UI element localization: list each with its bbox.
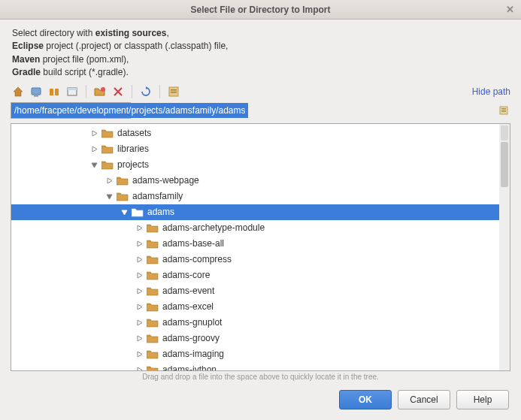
expand-arrow-icon[interactable] — [135, 334, 144, 343]
desc-text: build script (*.gradle). — [41, 67, 129, 77]
module-icon[interactable] — [65, 84, 80, 99]
expand-arrow-icon[interactable] — [135, 302, 144, 311]
expand-arrow-icon[interactable] — [135, 255, 144, 264]
desc-bold: Maven — [12, 54, 40, 65]
expand-arrow-icon[interactable] — [135, 270, 144, 279]
tree-row[interactable]: adams-webpage — [11, 173, 510, 189]
show-hidden-icon[interactable] — [166, 84, 181, 99]
refresh-icon[interactable] — [138, 84, 153, 99]
tree-node-label: adams-gnuplot — [162, 317, 222, 328]
tree-row[interactable]: adams-compress — [11, 252, 510, 267]
folder-icon — [117, 192, 129, 201]
tree-node-label: adams-event — [162, 286, 214, 296]
tree-node-label: adamsfamily — [132, 191, 183, 201]
desc-text: Select directory with — [12, 28, 95, 38]
desc-text: , — [166, 28, 168, 38]
scrollbar-track — [501, 125, 508, 141]
help-button[interactable]: Help — [456, 390, 509, 409]
tree-row[interactable]: datasets — [11, 125, 510, 141]
tree-box[interactable]: datasetslibrariesprojectsadams-webpagead… — [11, 123, 510, 371]
tree-row[interactable]: libraries — [11, 141, 510, 157]
expand-arrow-icon[interactable] — [135, 349, 144, 358]
tree-node-label: adams-webpage — [132, 175, 199, 186]
separator — [159, 85, 160, 98]
history-icon[interactable] — [497, 104, 510, 117]
desktop-icon[interactable] — [29, 84, 44, 99]
expand-arrow-icon[interactable] — [135, 223, 144, 232]
separator — [132, 85, 132, 98]
desc-bold: existing sources — [95, 28, 167, 38]
tree-row[interactable]: adams-excel — [11, 299, 510, 315]
ok-button[interactable]: OK — [339, 390, 392, 409]
folder-icon — [147, 318, 159, 328]
tree-row[interactable]: adams-event — [11, 283, 510, 299]
desc-bold: Eclipse — [12, 41, 44, 51]
path-row: /home/fracpete/development/projects/adam… — [0, 102, 521, 123]
folder-icon — [147, 239, 159, 249]
svg-rect-2 — [50, 89, 53, 95]
home-icon[interactable] — [11, 84, 26, 99]
tree-node-label: adams-jython — [162, 364, 217, 371]
tree-row[interactable]: adams-groovy — [11, 331, 510, 346]
folder-icon — [132, 207, 144, 217]
hint-text: Drag and drop a file into the space abov… — [0, 371, 521, 381]
tree-node-label: datasets — [117, 128, 151, 138]
tree-row[interactable]: adams — [11, 204, 510, 220]
svg-rect-3 — [55, 89, 59, 95]
description: Select directory with existing sources, … — [0, 20, 521, 81]
expand-arrow-icon[interactable] — [135, 239, 144, 248]
scrollbar[interactable] — [499, 124, 510, 370]
project-icon[interactable] — [47, 84, 62, 99]
svg-rect-5 — [68, 88, 77, 90]
tree-row[interactable]: adams-imaging — [11, 346, 510, 362]
folder-icon — [117, 176, 129, 186]
expand-arrow-icon[interactable] — [135, 365, 144, 371]
tree-row[interactable]: adams-gnuplot — [11, 315, 510, 331]
toolbar: Hide path — [0, 81, 521, 102]
path-input[interactable] — [11, 102, 131, 119]
tree-node-label: adams — [147, 207, 174, 217]
delete-icon[interactable] — [111, 84, 126, 99]
tree[interactable]: datasetslibrariesprojectsadams-webpagead… — [11, 124, 510, 371]
folder-icon — [147, 270, 159, 280]
expand-arrow-icon[interactable] — [89, 128, 98, 137]
folder-icon — [147, 334, 159, 343]
hide-path-link[interactable]: Hide path — [472, 86, 510, 97]
svg-rect-9 — [171, 92, 177, 93]
svg-point-6 — [101, 87, 105, 92]
folder-icon — [147, 349, 159, 359]
tree-row[interactable]: adamsfamily — [11, 189, 510, 204]
expand-arrow-icon[interactable] — [105, 176, 114, 185]
svg-rect-11 — [501, 108, 506, 109]
tree-node-label: adams-imaging — [162, 349, 224, 359]
button-bar: OK Cancel Help — [0, 381, 521, 418]
folder-icon — [101, 144, 114, 154]
tree-node-label: adams-core — [162, 270, 210, 280]
separator — [86, 85, 86, 98]
tree-row[interactable]: adams-core — [11, 267, 510, 283]
expand-arrow-icon[interactable] — [120, 207, 129, 216]
tree-row[interactable]: adams-base-all — [11, 236, 510, 252]
tree-node-label: adams-groovy — [162, 333, 220, 343]
expand-arrow-icon[interactable] — [135, 286, 144, 295]
expand-arrow-icon[interactable] — [89, 160, 98, 169]
svg-rect-1 — [34, 95, 38, 97]
tree-row[interactable]: projects — [11, 157, 510, 173]
close-icon[interactable]: ✕ — [503, 3, 516, 17]
path-input-wrap[interactable]: /home/fracpete/development/projects/adam… — [11, 102, 494, 119]
scrollbar-thumb[interactable] — [501, 142, 508, 187]
tree-row[interactable]: adams-jython — [11, 362, 510, 371]
title-bar: Select File or Directory to Import ✕ — [0, 0, 521, 20]
folder-icon — [147, 365, 159, 371]
expand-arrow-icon[interactable] — [105, 192, 114, 201]
svg-rect-0 — [32, 88, 41, 95]
tree-node-label: libraries — [117, 144, 149, 154]
new-folder-icon[interactable] — [92, 84, 108, 99]
expand-arrow-icon[interactable] — [89, 144, 98, 153]
tree-node-label: adams-excel — [162, 301, 214, 312]
expand-arrow-icon[interactable] — [135, 318, 144, 327]
folder-icon — [147, 223, 159, 233]
cancel-button[interactable]: Cancel — [398, 390, 450, 409]
tree-row[interactable]: adams-archetype-module — [11, 220, 510, 236]
folder-icon — [147, 255, 159, 264]
